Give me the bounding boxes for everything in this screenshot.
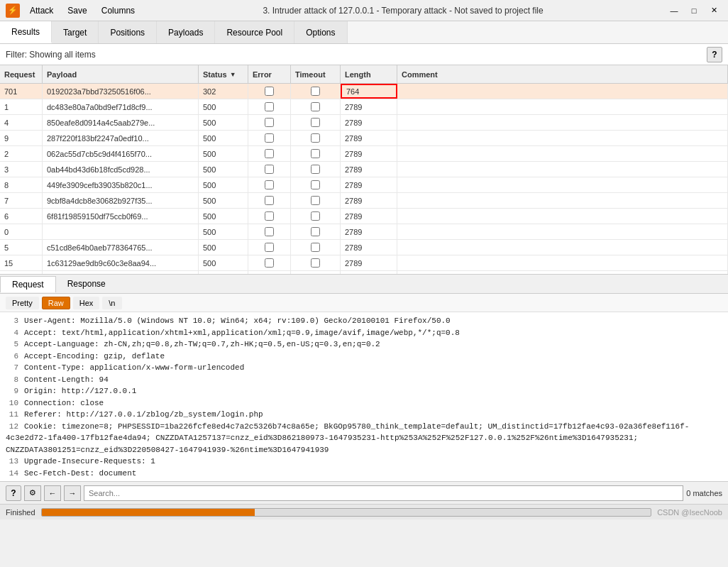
table-cell: 2789 <box>341 224 397 239</box>
tab-request[interactable]: Request <box>0 276 56 292</box>
table-cell <box>248 240 291 255</box>
close-button[interactable]: ✕ <box>705 4 722 18</box>
results-table: Request Payload Status▼ Error Timeout Le… <box>0 65 728 274</box>
table-row[interactable]: 30ab44bd43d6b18fcd5cd928...5002789 <box>0 162 728 177</box>
table-cell: 764 <box>341 84 397 99</box>
tab-response[interactable]: Response <box>56 276 117 292</box>
status-text: Finished <box>6 508 35 517</box>
attack-menu[interactable]: Attack <box>24 4 59 17</box>
header-comment[interactable]: Comment <box>397 65 728 83</box>
timeout-checkbox[interactable] <box>311 227 320 236</box>
table-cell: 2789 <box>341 99 397 114</box>
header-request[interactable]: Request <box>0 65 43 83</box>
header-length[interactable]: Length <box>341 65 397 83</box>
format-newline[interactable]: \n <box>102 297 121 309</box>
line-number: 12 <box>6 421 18 433</box>
tab-results[interactable]: Results <box>0 21 52 43</box>
timeout-checkbox[interactable] <box>311 102 320 111</box>
error-checkbox[interactable] <box>265 196 274 205</box>
timeout-checkbox[interactable] <box>311 165 320 174</box>
table-cell: dc483e80a7a0bd9ef71d8cf9... <box>43 99 199 114</box>
table-row[interactable]: 7010192023a7bbd73250516f06...302764 <box>0 84 728 99</box>
table-row[interactable]: 2062ac55d7cb5c9d4f4165f70...5002789 <box>0 146 728 162</box>
error-checkbox[interactable] <box>265 133 274 143</box>
error-checkbox[interactable] <box>265 165 274 174</box>
table-cell <box>291 255 341 270</box>
error-checkbox[interactable] <box>265 227 274 236</box>
window-title: 3. Intruder attack of 127.0.0.1 - Tempor… <box>140 6 666 16</box>
header-payload[interactable]: Payload <box>43 65 199 83</box>
error-checkbox[interactable] <box>265 87 274 96</box>
main-tab-bar: Results Target Positions Payloads Resour… <box>0 21 728 44</box>
tab-positions[interactable]: Positions <box>99 21 157 43</box>
table-cell: 2789 <box>341 240 397 255</box>
table-cell: 1c63129ae9db9c60c3e8aa94... <box>43 255 199 270</box>
error-checkbox[interactable] <box>265 211 274 221</box>
timeout-checkbox[interactable] <box>311 196 320 205</box>
filter-bar: Filter: Showing all items ? <box>0 44 728 65</box>
table-row[interactable]: 4850eafe8d0914a4c5aab279e...5002789 <box>0 115 728 131</box>
timeout-checkbox[interactable] <box>311 258 320 268</box>
content-line: 13Upgrade-Insecure-Requests: 1 <box>6 456 722 468</box>
bottom-help-button[interactable]: ? <box>6 485 21 501</box>
table-row[interactable]: 5c51cd8e64b0aeb778364765...5002789 <box>0 240 728 255</box>
error-checkbox[interactable] <box>265 258 274 268</box>
format-raw[interactable]: Raw <box>42 297 70 309</box>
header-status[interactable]: Status▼ <box>199 65 248 83</box>
error-checkbox[interactable] <box>265 180 274 189</box>
table-cell <box>291 224 341 239</box>
timeout-checkbox[interactable] <box>311 243 320 252</box>
table-cell <box>291 271 341 274</box>
table-row[interactable]: 9287f220f183bf2247a0edf10...5002789 <box>0 131 728 146</box>
table-cell: 2789 <box>341 162 397 177</box>
table-cell <box>291 99 341 114</box>
table-cell: 500 <box>199 193 248 208</box>
table-cell: 500 <box>199 209 248 224</box>
timeout-checkbox[interactable] <box>311 149 320 158</box>
timeout-checkbox[interactable] <box>311 133 320 143</box>
tab-payloads[interactable]: Payloads <box>157 21 215 43</box>
line-number: 9 <box>6 385 18 397</box>
tab-resource-pool[interactable]: Resource Pool <box>215 21 294 43</box>
format-pretty[interactable]: Pretty <box>6 297 39 309</box>
header-timeout[interactable]: Timeout <box>291 65 341 83</box>
maximize-button[interactable]: □ <box>685 4 702 18</box>
table-row[interactable]: 79cbf8a4dcb8e30682b927f35...5002789 <box>0 193 728 209</box>
matches-text: 0 matches <box>686 489 722 497</box>
filter-text: Filter: Showing all items <box>6 50 707 60</box>
header-error[interactable]: Error <box>248 65 291 83</box>
minimize-button[interactable]: — <box>666 4 683 18</box>
error-checkbox[interactable] <box>265 102 274 111</box>
back-button[interactable]: ← <box>44 485 61 501</box>
timeout-checkbox[interactable] <box>311 211 320 221</box>
forward-button[interactable]: → <box>64 485 81 501</box>
menu-bar: Attack Save Columns <box>24 4 140 17</box>
table-row[interactable]: 151c63129ae9db9c60c3e8aa94...5002789 <box>0 255 728 271</box>
line-number: 4 <box>6 327 18 339</box>
timeout-checkbox[interactable] <box>311 87 320 96</box>
tab-target[interactable]: Target <box>52 21 99 43</box>
table-row[interactable]: 1dc483e80a7a0bd9ef71d8cf9...5002789 <box>0 99 728 115</box>
table-cell: 6 <box>0 209 43 224</box>
table-cell: 2789 <box>341 146 397 161</box>
timeout-checkbox[interactable] <box>311 180 320 189</box>
format-hex[interactable]: Hex <box>73 297 100 309</box>
table-cell <box>248 131 291 145</box>
table-row[interactable]: 05002789 <box>0 224 728 240</box>
search-input[interactable] <box>84 485 683 501</box>
error-checkbox[interactable] <box>265 243 274 252</box>
table-row[interactable]: 8449fe3909cefb39035b820c1...5002789 <box>0 177 728 193</box>
table-row[interactable]: 66f81f19859150df75ccb0f69...5002789 <box>0 209 728 224</box>
table-cell <box>291 84 341 99</box>
save-menu[interactable]: Save <box>62 4 92 17</box>
filter-help-button[interactable]: ? <box>707 47 722 62</box>
error-checkbox[interactable] <box>265 118 274 127</box>
tab-options[interactable]: Options <box>294 21 347 43</box>
settings-button[interactable]: ⚙ <box>24 485 41 501</box>
error-checkbox[interactable] <box>265 149 274 158</box>
columns-menu[interactable]: Columns <box>96 4 140 17</box>
table-row[interactable]: 108a6f2805b4515ac12058e79e...5002789 <box>0 271 728 274</box>
timeout-checkbox[interactable] <box>311 118 320 127</box>
content-line: 7Content-Type: application/x-www-form-ur… <box>6 362 722 374</box>
table-cell: 0192023a7bbd73250516f06... <box>43 84 199 99</box>
